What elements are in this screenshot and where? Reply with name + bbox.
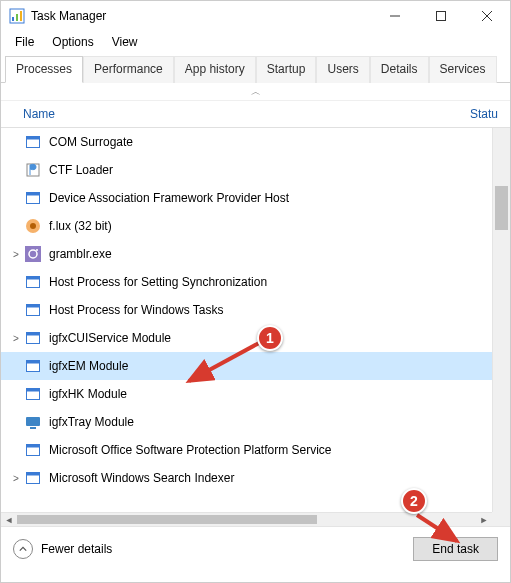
ctf-icon xyxy=(25,162,41,178)
annotation-marker-2: 2 xyxy=(401,488,427,514)
process-name-label: gramblr.exe xyxy=(49,247,112,261)
exe-icon xyxy=(25,442,41,458)
tab-startup[interactable]: Startup xyxy=(256,56,317,83)
svg-line-35 xyxy=(417,515,457,541)
fewer-details-label: Fewer details xyxy=(41,542,112,556)
gramblr-icon xyxy=(25,246,41,262)
process-name-label: f.lux (32 bit) xyxy=(49,219,112,233)
exe-icon xyxy=(25,274,41,290)
process-row[interactable]: COM Surrogate xyxy=(1,128,492,156)
process-name-label: Host Process for Setting Synchronization xyxy=(49,275,267,289)
scrollbar-corner xyxy=(492,512,510,526)
exe-icon xyxy=(25,470,41,486)
svg-rect-3 xyxy=(20,11,22,21)
svg-rect-28 xyxy=(26,417,40,426)
menu-options[interactable]: Options xyxy=(44,33,101,51)
vertical-scrollbar-thumb[interactable] xyxy=(495,186,508,230)
exe-icon xyxy=(25,358,41,374)
svg-rect-1 xyxy=(12,17,14,21)
exe-icon xyxy=(25,330,41,346)
menu-view[interactable]: View xyxy=(104,33,146,51)
scroll-left-icon[interactable]: ◄ xyxy=(1,515,17,525)
process-row[interactable]: CTF Loader xyxy=(1,156,492,184)
svg-rect-2 xyxy=(16,14,18,21)
titlebar: Task Manager xyxy=(1,1,510,31)
tab-app-history[interactable]: App history xyxy=(174,56,256,83)
window-title: Task Manager xyxy=(31,9,106,23)
tab-strip: Processes Performance App history Startu… xyxy=(1,55,510,83)
tab-performance[interactable]: Performance xyxy=(83,56,174,83)
svg-rect-12 xyxy=(27,193,40,196)
process-list-container: COM SurrogateCTF LoaderDevice Associatio… xyxy=(1,128,510,526)
close-button[interactable] xyxy=(464,1,510,31)
svg-rect-27 xyxy=(27,389,40,392)
svg-rect-15 xyxy=(25,246,41,262)
process-row[interactable]: Microsoft Office Software Protection Pla… xyxy=(1,436,492,464)
svg-rect-33 xyxy=(27,473,40,476)
chevron-up-circle-icon xyxy=(13,539,33,559)
scroll-right-icon[interactable]: ► xyxy=(476,515,492,525)
column-header-row: Name Statu xyxy=(1,101,510,128)
process-row[interactable]: f.lux (32 bit) xyxy=(1,212,492,240)
process-row[interactable]: >gramblr.exe xyxy=(1,240,492,268)
column-header-status[interactable]: Statu xyxy=(470,107,502,121)
process-name-label: Microsoft Windows Search Indexer xyxy=(49,471,234,485)
vertical-scrollbar[interactable] xyxy=(492,128,510,512)
column-header-name[interactable]: Name xyxy=(23,107,470,121)
svg-rect-9 xyxy=(27,137,40,140)
svg-rect-19 xyxy=(27,277,40,280)
svg-point-17 xyxy=(36,249,38,251)
process-list[interactable]: COM SurrogateCTF LoaderDevice Associatio… xyxy=(1,128,492,512)
process-name-label: Microsoft Office Software Protection Pla… xyxy=(49,443,332,457)
maximize-button[interactable] xyxy=(418,1,464,31)
chevron-up-icon: ︿ xyxy=(251,85,261,99)
app-icon xyxy=(9,8,25,24)
annotation-arrow-1 xyxy=(179,337,269,393)
process-name-label: CTF Loader xyxy=(49,163,113,177)
svg-rect-31 xyxy=(27,445,40,448)
svg-rect-25 xyxy=(27,361,40,364)
exe-icon xyxy=(25,134,41,150)
svg-line-34 xyxy=(189,343,259,381)
svg-rect-5 xyxy=(437,12,446,21)
expand-chevron-icon[interactable]: > xyxy=(9,473,23,484)
fewer-details-button[interactable]: Fewer details xyxy=(13,539,112,559)
igfxtray-icon xyxy=(25,414,41,430)
exe-icon xyxy=(25,302,41,318)
process-name-label: Device Association Framework Provider Ho… xyxy=(49,191,289,205)
menu-file[interactable]: File xyxy=(7,33,42,51)
horizontal-scrollbar-thumb[interactable] xyxy=(17,515,317,524)
menubar: File Options View xyxy=(1,31,510,55)
process-name-label: igfxEM Module xyxy=(49,359,128,373)
tab-users[interactable]: Users xyxy=(316,56,369,83)
exe-icon xyxy=(25,190,41,206)
process-name-label: Host Process for Windows Tasks xyxy=(49,303,224,317)
collapse-header-toggle[interactable]: ︿ xyxy=(1,83,510,101)
process-row[interactable]: Host Process for Setting Synchronization xyxy=(1,268,492,296)
svg-rect-29 xyxy=(30,427,36,429)
process-row[interactable]: Device Association Framework Provider Ho… xyxy=(1,184,492,212)
svg-point-14 xyxy=(30,223,36,229)
tab-details[interactable]: Details xyxy=(370,56,429,83)
expand-chevron-icon[interactable]: > xyxy=(9,333,23,344)
svg-rect-23 xyxy=(27,333,40,336)
flux-icon xyxy=(25,218,41,234)
process-name-label: igfxCUIService Module xyxy=(49,331,171,345)
annotation-arrow-2 xyxy=(411,511,471,551)
process-row[interactable]: igfxTray Module xyxy=(1,408,492,436)
process-name-label: COM Surrogate xyxy=(49,135,133,149)
annotation-marker-1: 1 xyxy=(257,325,283,351)
tab-services[interactable]: Services xyxy=(429,56,497,83)
process-name-label: igfxTray Module xyxy=(49,415,134,429)
svg-rect-21 xyxy=(27,305,40,308)
minimize-button[interactable] xyxy=(372,1,418,31)
process-name-label: igfxHK Module xyxy=(49,387,127,401)
exe-icon xyxy=(25,386,41,402)
expand-chevron-icon[interactable]: > xyxy=(9,249,23,260)
tab-processes[interactable]: Processes xyxy=(5,56,83,83)
process-row[interactable]: Host Process for Windows Tasks xyxy=(1,296,492,324)
